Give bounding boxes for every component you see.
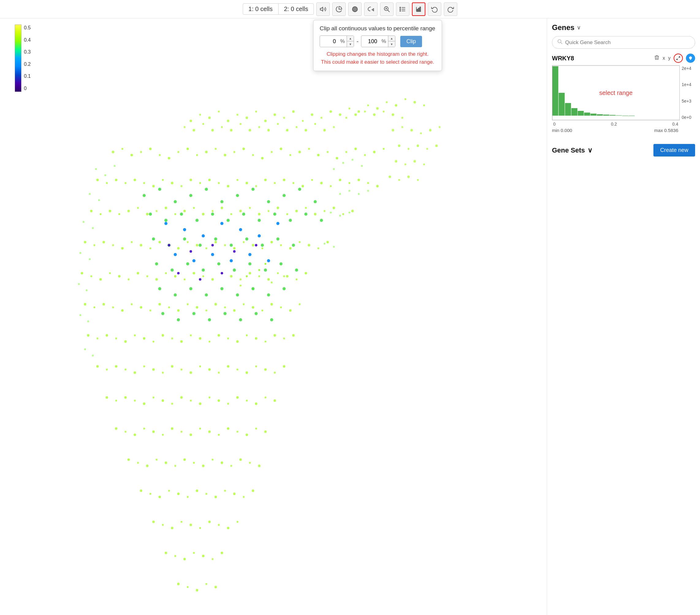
- svg-point-447: [211, 244, 214, 246]
- svg-point-227: [177, 309, 179, 312]
- svg-point-275: [199, 366, 201, 367]
- create-new-button[interactable]: Create new: [653, 144, 695, 156]
- redo-button[interactable]: [444, 2, 457, 16]
- svg-point-111: [152, 185, 155, 188]
- svg-point-18: [246, 276, 248, 277]
- scatter-main-body: [80, 148, 384, 591]
- svg-point-417: [189, 287, 192, 290]
- svg-point-56: [323, 129, 326, 131]
- svg-point-361: [183, 558, 186, 560]
- scatter-canvas[interactable]: [25, 22, 544, 612]
- clip-max-input[interactable]: [361, 36, 380, 47]
- svg-point-406: [171, 269, 174, 272]
- svg-point-483: [410, 129, 413, 131]
- svg-point-352: [180, 521, 182, 523]
- svg-point-306: [134, 434, 136, 436]
- svg-point-405: [155, 262, 158, 265]
- svg-point-500: [558, 39, 561, 43]
- volume-button[interactable]: [316, 2, 330, 16]
- svg-point-264: [96, 365, 99, 368]
- clip-min-input[interactable]: [320, 36, 338, 47]
- svg-point-185: [270, 241, 273, 243]
- svg-point-70: [364, 111, 366, 112]
- gene-row-header: WRKY8 x y: [552, 54, 695, 63]
- clip-max-down[interactable]: ▼: [388, 41, 395, 47]
- genes-title: Genes: [552, 23, 574, 32]
- chart-button[interactable]: [412, 2, 425, 16]
- svg-point-161: [324, 210, 325, 212]
- svg-point-49: [258, 126, 260, 128]
- zoom-button[interactable]: [380, 2, 393, 16]
- svg-point-349: [152, 521, 155, 523]
- svg-point-430: [255, 312, 258, 315]
- svg-point-50: [267, 129, 270, 131]
- svg-point-319: [255, 427, 257, 430]
- svg-point-403: [276, 238, 279, 241]
- svg-point-293: [180, 396, 183, 399]
- svg-point-286: [115, 400, 117, 401]
- svg-point-179: [214, 241, 217, 243]
- svg-point-211: [258, 276, 260, 277]
- svg-point-59: [349, 107, 350, 109]
- svg-point-358: [237, 521, 238, 523]
- svg-point-359: [165, 552, 167, 554]
- svg-point-315: [218, 434, 220, 436]
- svg-point-498: [407, 176, 410, 178]
- svg-point-36: [292, 110, 295, 113]
- genes-chevron-icon[interactable]: ∨: [577, 24, 581, 31]
- clip-max-spinners: ▲ ▼: [388, 36, 395, 47]
- clip-max-unit: %: [380, 37, 388, 46]
- svg-point-27: [208, 117, 211, 119]
- svg-point-11: [400, 9, 401, 10]
- pie-button[interactable]: [332, 2, 346, 16]
- clip-min-down[interactable]: ▼: [347, 41, 354, 47]
- svg-point-336: [140, 489, 142, 492]
- clip-max-up[interactable]: ▲: [388, 36, 395, 41]
- gene-color-button[interactable]: [686, 54, 695, 63]
- lasso-button[interactable]: [364, 2, 378, 16]
- gene-sets-chevron-icon[interactable]: ∨: [588, 146, 592, 154]
- svg-point-357: [227, 527, 229, 529]
- svg-point-242: [97, 337, 98, 339]
- svg-point-98: [327, 151, 328, 153]
- svg-point-364: [212, 558, 214, 560]
- svg-point-453: [95, 168, 97, 170]
- gene-delete-button[interactable]: [654, 55, 660, 62]
- clip-apply-button[interactable]: Clip: [400, 36, 422, 47]
- svg-point-96: [308, 148, 310, 150]
- gene-x-axis-button[interactable]: x: [663, 55, 665, 61]
- svg-point-108: [124, 182, 126, 184]
- svg-point-335: [258, 465, 261, 467]
- svg-point-135: [376, 185, 378, 188]
- svg-marker-0: [320, 7, 323, 11]
- svg-point-165: [84, 241, 86, 243]
- svg-point-214: [286, 275, 288, 278]
- svg-point-162: [333, 207, 335, 209]
- svg-point-353: [190, 524, 192, 526]
- clip-controls: % ▲ ▼ - % ▲ ▼ Clip: [320, 36, 436, 47]
- gene-sets-title: Gene Sets ∨: [552, 146, 592, 154]
- svg-point-485: [429, 129, 432, 131]
- circle-button[interactable]: [348, 2, 362, 16]
- undo-button[interactable]: [428, 2, 441, 16]
- svg-point-95: [299, 151, 301, 153]
- svg-point-383: [149, 213, 152, 216]
- svg-point-438: [276, 222, 279, 225]
- svg-point-446: [190, 250, 192, 253]
- svg-point-487: [398, 144, 400, 147]
- svg-point-247: [143, 337, 145, 339]
- histogram-container[interactable]: select range: [552, 65, 680, 120]
- clip-min-up[interactable]: ▲: [347, 36, 354, 41]
- svg-point-413: [279, 262, 283, 265]
- svg-point-38: [311, 113, 313, 116]
- svg-point-252: [190, 334, 192, 336]
- svg-point-424: [161, 312, 164, 315]
- gene-y-axis-button[interactable]: y: [668, 55, 671, 61]
- svg-point-481: [392, 129, 394, 131]
- svg-point-230: [205, 310, 207, 311]
- svg-point-88: [234, 151, 235, 153]
- list-button[interactable]: [396, 2, 410, 16]
- svg-point-63: [386, 101, 388, 103]
- gene-search-input[interactable]: [565, 39, 690, 46]
- gene-expand-button[interactable]: [674, 54, 683, 63]
